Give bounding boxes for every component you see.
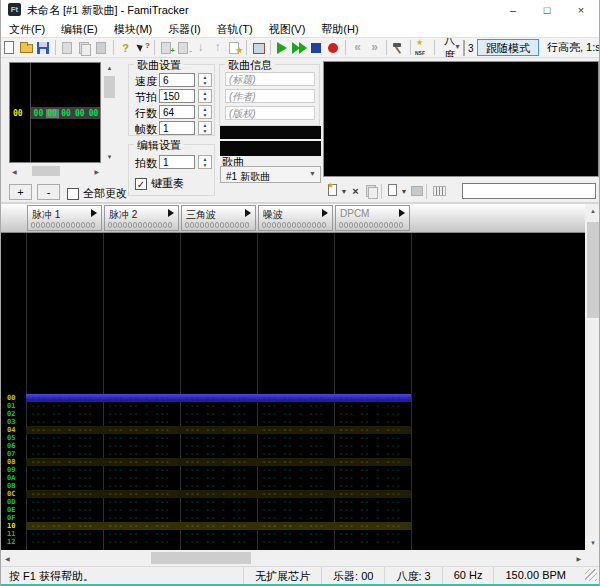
load-instrument-icon[interactable] [385,183,400,199]
frame-horizontal-scrollbar[interactable]: ◀ ▶ [9,164,102,178]
pattern-row-0C[interactable]: 0C--- -- - ------ -- - ------ -- - -----… [1,490,411,498]
channel-header-2[interactable]: 三角波 [181,205,256,231]
pattern-cell[interactable]: --- -- - --- [103,394,180,402]
speed-stepper[interactable]: ▲▼ [198,73,212,87]
pattern-cell[interactable]: --- -- - --- [103,506,180,514]
pattern-cell[interactable]: --- -- - --- [26,490,103,498]
pattern-cell[interactable]: --- -- - --- [103,434,180,442]
pattern-cell[interactable]: --- -- - --- [26,514,103,522]
remove-instrument-icon[interactable]: × [348,183,363,199]
pattern-editor[interactable]: 00--- -- - ------ -- - ------ -- - -----… [1,233,585,550]
frame-pattern-value-4[interactable]: 00 [87,109,100,118]
pattern-cell[interactable]: --- -- - --- [103,466,180,474]
pattern-cell[interactable]: --- -- - --- [103,450,180,458]
frame-pattern-value-3[interactable]: 00 [73,109,86,118]
follow-mode-button[interactable]: 跟随模式 [477,39,539,56]
instrument-name-input[interactable] [462,183,596,199]
pattern-cell[interactable]: --- -- - --- [180,450,257,458]
pattern-row-03[interactable]: 03--- -- - ------ -- - ------ -- - -----… [1,418,411,426]
pattern-cell[interactable]: --- -- - --- [334,514,411,522]
pattern-cell[interactable]: --- -- - --- [180,466,257,474]
pattern-cell[interactable]: --- -- - --- [103,514,180,522]
pattern-cell[interactable]: --- -- - --- [103,410,180,418]
clone-instrument-icon[interactable] [363,183,378,199]
menu-item-2[interactable]: 模块(M) [106,20,161,37]
next-frame-icon[interactable]: » [366,40,383,56]
pattern-row-04[interactable]: 04--- -- - ------ -- - ------ -- - -----… [1,426,411,434]
tempo-stepper[interactable]: ▲▼ [198,89,212,103]
pattern-cell[interactable]: --- -- - --- [180,458,257,466]
pattern-cell[interactable]: --- -- - --- [334,522,411,530]
frame-editor[interactable]: 00 0000000000 [9,62,101,163]
pattern-row-09[interactable]: 09--- -- - ------ -- - ------ -- - -----… [1,466,411,474]
pattern-cell[interactable]: --- -- - --- [257,538,334,546]
pattern-cell[interactable]: --- -- - --- [26,482,103,490]
pattern-cell[interactable]: --- -- - --- [257,442,334,450]
close-button[interactable]: × [564,0,598,20]
maximize-button[interactable]: □ [530,0,564,20]
create-nsf-icon[interactable]: ★NSF [414,40,431,56]
new-file-icon[interactable] [1,40,18,56]
pattern-cell[interactable]: --- -- - --- [257,506,334,514]
copy-icon[interactable] [76,40,93,56]
pattern-row-0F[interactable]: 0F--- -- - ------ -- - ------ -- - -----… [1,514,411,522]
pattern-cell[interactable]: --- -- - --- [180,402,257,410]
pattern-row-00[interactable]: 00--- -- - ------ -- - ------ -- - -----… [1,394,411,402]
pattern-cell[interactable]: --- -- - --- [103,458,180,466]
pattern-row-01[interactable]: 01--- -- - ------ -- - ------ -- - -----… [1,402,411,410]
copyright-field[interactable] [225,106,315,120]
pattern-cell[interactable]: --- -- - --- [103,522,180,530]
pattern-cell[interactable]: --- -- - --- [26,434,103,442]
move-frame-down-icon[interactable]: ↓ [192,40,209,56]
frame-pattern-row[interactable]: 0000000000 [31,107,100,119]
pattern-cell[interactable]: --- -- - --- [103,530,180,538]
pattern-row-0D[interactable]: 0D--- -- - ------ -- - ------ -- - -----… [1,498,411,506]
pattern-cell[interactable]: --- -- - --- [334,410,411,418]
pattern-cell[interactable]: --- -- - --- [257,514,334,522]
pattern-cell[interactable]: --- -- - --- [180,410,257,418]
pattern-row-08[interactable]: 08--- -- - ------ -- - ------ -- - -----… [1,458,411,466]
menu-item-5[interactable]: 视图(V) [261,20,314,37]
channel-header-1[interactable]: 脉冲 2 [104,205,179,231]
frame-pattern-value-2[interactable]: 00 [60,109,73,118]
move-frame-up-icon[interactable]: ↑ [209,40,226,56]
context-help-icon[interactable]: ? [134,40,151,56]
pattern-row-0A[interactable]: 0A--- -- - ------ -- - ------ -- - -----… [1,474,411,482]
frames-stepper[interactable]: ▲▼ [198,121,212,135]
pattern-cell[interactable]: --- -- - --- [334,418,411,426]
pattern-horizontal-scrollbar[interactable]: ◀ ▶ [1,550,585,566]
pattern-cell[interactable]: --- -- - --- [334,450,411,458]
pattern-cell[interactable]: --- -- - --- [257,450,334,458]
menu-item-3[interactable]: 乐器(I) [160,20,208,37]
frame-remove-button[interactable]: - [37,184,60,200]
pattern-cell[interactable]: --- -- - --- [180,418,257,426]
pattern-row-06[interactable]: 06--- -- - ------ -- - ------ -- - -----… [1,442,411,450]
rows-stepper[interactable]: ▲▼ [198,105,212,119]
menu-item-1[interactable]: 编辑(E) [53,20,106,37]
frame-remove-icon[interactable]: - [175,40,192,56]
pattern-row-05[interactable]: 05--- -- - ------ -- - ------ -- - -----… [1,434,411,442]
pattern-cell[interactable]: --- -- - --- [334,394,411,402]
pattern-cell[interactable]: --- -- - --- [257,434,334,442]
step-stepper[interactable]: ▲▼ [198,155,212,169]
instrument-editor-icon[interactable] [430,183,445,199]
pattern-cell[interactable]: --- -- - --- [180,538,257,546]
pattern-cell[interactable]: --- -- - --- [334,442,411,450]
pattern-row-02[interactable]: 02--- -- - ------ -- - ------ -- - -----… [1,410,411,418]
pattern-cell[interactable]: --- -- - --- [180,426,257,434]
pattern-cell[interactable]: --- -- - --- [334,474,411,482]
channel-header-3[interactable]: 噪波 [258,205,333,231]
menu-item-4[interactable]: 音轨(T) [209,20,261,37]
paste-icon[interactable] [93,40,110,56]
pattern-cell[interactable]: --- -- - --- [26,458,103,466]
channel-header-0[interactable]: 脉冲 1 [27,205,102,231]
play-icon[interactable] [274,40,291,56]
pattern-row-0E[interactable]: 0E--- -- - ------ -- - ------ -- - -----… [1,506,411,514]
menu-item-6[interactable]: 帮助(H) [313,20,366,37]
pattern-cell[interactable]: --- -- - --- [257,530,334,538]
pattern-cell[interactable]: --- -- - --- [26,522,103,530]
module-properties-icon[interactable] [250,40,267,56]
pattern-cell[interactable]: --- -- - --- [257,522,334,530]
pattern-cell[interactable]: --- -- - --- [180,394,257,402]
save-file-icon[interactable] [35,40,52,56]
